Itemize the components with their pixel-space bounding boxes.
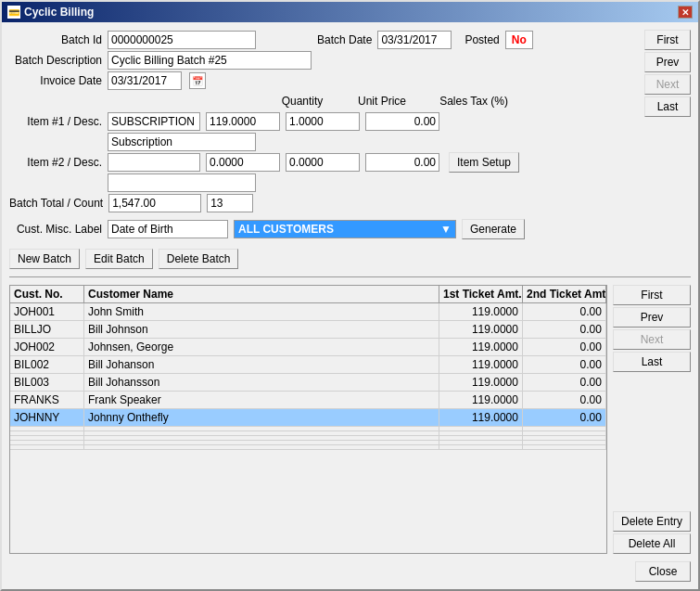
table-row[interactable]: JOHNNYJohnny Onthefly119.00000.00 [10,409,606,427]
batch-count-input: 13 [207,194,253,212]
table-body: JOH001John Smith119.00000.00BILLJOBill J… [10,303,606,553]
batch-id-value: 0000000025 [111,33,173,46]
cust-misc-label: Cust. Misc. Label [9,223,102,236]
posted-value: No [505,31,533,49]
last-button-top[interactable]: Last [644,96,691,117]
item-setup-button[interactable]: Item Setup [449,152,519,173]
delete-all-button[interactable]: Delete All [613,533,691,554]
table-row[interactable] [10,445,606,450]
col-amt1: 1st Ticket Amt. [439,286,523,302]
calendar-icon[interactable]: 📅 [189,72,206,89]
batch-total-row: Batch Total / Count 1,547.00 13 [9,193,637,213]
cust-misc-row: Cust. Misc. Label Date of Birth ALL CUST… [9,219,637,239]
col-cust-no: Cust. No. [10,286,84,302]
app-icon: 💳 [7,6,20,19]
col-amt2: 2nd Ticket Amt. [523,286,606,302]
item1-desc-row: Subscription [9,132,637,152]
item1-tax[interactable]: 0.00 [365,112,439,131]
tax-header: Sales Tax (%) [425,95,508,108]
close-section: Close [9,561,691,582]
item2-tax[interactable]: 0.00 [365,153,439,172]
title-bar: 💳 Cyclic Billing ✕ [2,2,698,22]
form-fields: Batch Id 0000000025 Batch Date 03/31/201… [9,30,637,239]
batch-desc-row: Batch Description Cyclic Billing Batch #… [9,50,637,71]
delete-batch-button[interactable]: Delete Batch [159,249,239,269]
window-close-button[interactable]: ✕ [678,6,693,19]
dropdown-arrow-icon: ▼ [440,223,452,236]
right-panel: First Prev Next Last Delete Entry Delete… [613,285,691,554]
item2-input[interactable] [108,153,200,172]
generate-button[interactable]: Generate [462,219,525,239]
customer-table: Cust. No. Customer Name 1st Ticket Amt. … [9,285,607,554]
invoice-date-label: Invoice Date [9,74,102,87]
divider [9,276,691,277]
prev-button-bottom[interactable]: Prev [613,307,691,328]
action-buttons-row: New Batch Edit Batch Delete Batch [9,249,691,269]
batch-date-label: Batch Date [317,33,372,46]
first-button-top[interactable]: First [644,30,691,50]
col-name: Customer Name [84,286,439,302]
item2-desc-row [9,173,637,193]
prev-button-top[interactable]: Prev [644,52,691,72]
cust-misc-input[interactable]: Date of Birth [108,220,228,238]
main-content: Batch Id 0000000025 Batch Date 03/31/201… [2,22,698,589]
batch-desc-value: Cyclic Billing Batch #25 [111,54,227,67]
table-row[interactable]: BIL002Bill Johanson119.00000.00 [10,356,606,374]
batch-desc-input[interactable]: Cyclic Billing Batch #25 [108,51,312,70]
item2-label: Item #2 / Desc. [9,156,102,169]
item2-price[interactable]: 0.0000 [286,153,360,172]
first-button-bottom[interactable]: First [613,285,691,305]
edit-batch-button[interactable]: Edit Batch [85,249,153,269]
next-button-top[interactable]: Next [644,74,691,95]
invoice-date-row: Invoice Date 03/31/2017 📅 [9,71,637,91]
table-row[interactable]: JOH001John Smith119.00000.00 [10,303,606,321]
close-button[interactable]: Close [635,561,691,582]
delete-entry-button[interactable]: Delete Entry [613,511,691,532]
invoice-date-value: 03/31/2017 [111,74,167,87]
qty-header: Quantity [265,95,339,108]
batch-id-row: Batch Id 0000000025 Batch Date 03/31/201… [9,30,637,50]
item1-input[interactable]: SUBSCRIPTION [108,112,200,131]
batch-date-value: 03/31/2017 [381,33,437,46]
item1-desc-input[interactable]: Subscription [108,133,256,151]
table-header: Cust. No. Customer Name 1st Ticket Amt. … [10,286,606,303]
batch-date-input[interactable]: 03/31/2017 [377,31,452,49]
item1-qty[interactable]: 119.0000 [206,112,280,131]
last-button-bottom[interactable]: Last [613,352,691,372]
item-headers-row: Quantity Unit Price Sales Tax (%) [9,91,637,111]
top-section: Batch Id 0000000025 Batch Date 03/31/201… [9,30,691,239]
item2-row: Item #2 / Desc. 0.0000 0.0000 0.00 Item … [9,152,637,173]
batch-total-label: Batch Total / Count [9,197,103,210]
batch-id-input[interactable]: 0000000025 [108,31,256,49]
next-button-bottom[interactable]: Next [613,329,691,350]
posted-label: Posted [465,33,499,46]
top-nav-buttons: First Prev Next Last [644,30,691,239]
price-header: Unit Price [345,95,419,108]
item1-label: Item #1 / Desc. [9,115,102,128]
item2-desc-input[interactable] [108,173,256,192]
batch-id-label: Batch Id [9,33,102,46]
customers-dropdown[interactable]: ALL CUSTOMERS ▼ [234,220,456,238]
table-row[interactable]: BILLJOBill Johnson119.00000.00 [10,321,606,339]
main-window: 💳 Cyclic Billing ✕ Batch Id 0000000025 B… [0,0,700,591]
item1-price[interactable]: 1.0000 [286,112,360,131]
table-section: Cust. No. Customer Name 1st Ticket Amt. … [9,285,691,554]
table-row[interactable]: JOH002Johnsen, George119.00000.00 [10,339,606,356]
item2-qty[interactable]: 0.0000 [206,153,280,172]
table-row[interactable]: BIL003Bill Johansson119.00000.00 [10,374,606,392]
window-title: Cyclic Billing [24,6,94,19]
batch-total-input: 1,547.00 [108,194,201,212]
new-batch-button[interactable]: New Batch [9,249,80,269]
table-row[interactable]: FRANKSFrank Speaker119.00000.00 [10,392,606,409]
batch-desc-label: Batch Description [9,54,102,67]
item1-row: Item #1 / Desc. SUBSCRIPTION 119.0000 1.… [9,111,637,132]
invoice-date-input[interactable]: 03/31/2017 [108,71,182,90]
